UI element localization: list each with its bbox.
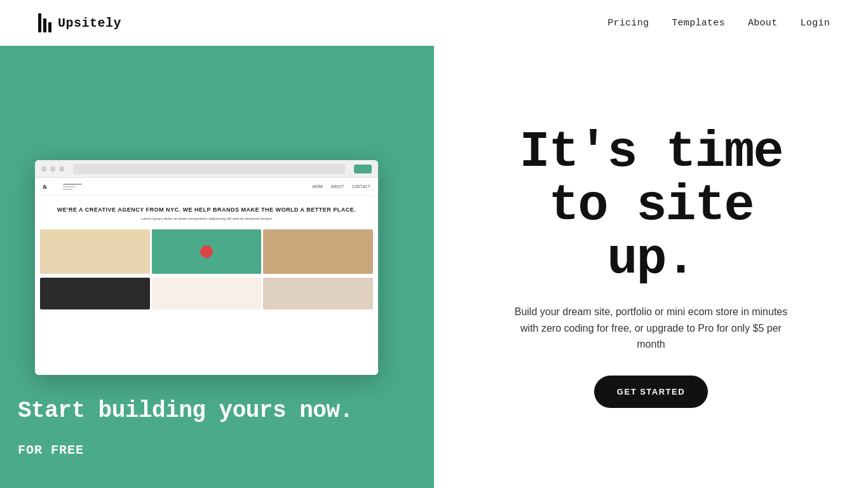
grid-item-1 — [40, 229, 150, 274]
browser-dot-3 — [59, 166, 64, 172]
grid-item-2 — [152, 229, 262, 274]
site-preview-nav: WORK ABOUT CONTACT — [313, 184, 370, 189]
main-container: & WORK ABOUT CONTACT WE'RE A CREATIVE AG… — [0, 46, 868, 488]
site-agency-sub: Lorem ipsum dolor sit amet consectetur a… — [48, 217, 365, 220]
header: Upsitely Pricing Templates About Login — [0, 0, 868, 46]
browser-address-bar — [73, 164, 345, 174]
logo-icon — [38, 13, 51, 32]
hero-line-1: It's time — [519, 123, 782, 181]
right-panel: It's time to site up. Build your dream s… — [434, 46, 868, 488]
nav-login[interactable]: Login — [800, 18, 830, 29]
main-nav: Pricing Templates About Login — [607, 18, 830, 29]
site-nav-item-1: WORK — [313, 184, 323, 189]
browser-dot-1 — [41, 166, 46, 172]
site-preview-logo: & — [43, 184, 48, 190]
cta-button[interactable]: GET STARTED — [594, 376, 708, 408]
browser-bar — [35, 160, 378, 178]
browser-content: & WORK ABOUT CONTACT WE'RE A CREATIVE AG… — [35, 178, 378, 375]
hero-line-3: up. — [607, 230, 695, 288]
logo-text: Upsitely — [58, 16, 121, 30]
logo[interactable]: Upsitely — [38, 13, 121, 32]
site-grid — [40, 229, 373, 274]
grid-bottom-item-2 — [152, 278, 262, 309]
browser-mockup: & WORK ABOUT CONTACT WE'RE A CREATIVE AG… — [35, 160, 378, 375]
nav-about[interactable]: About — [748, 18, 778, 29]
grid-bottom-item-3 — [263, 278, 373, 309]
hero-subtext: Build your dream site, portfolio or mini… — [512, 304, 791, 353]
site-hero-text: WE'RE A CREATIVE AGENCY FROM NYC. WE HEL… — [35, 196, 378, 226]
hero-line-2: to site — [548, 177, 753, 234]
grid-item-3 — [263, 229, 373, 274]
hero-headline: It's time to site up. — [519, 126, 782, 286]
left-panel-subtext: FOR FREE — [18, 443, 84, 458]
site-grid-bottom — [40, 278, 373, 309]
site-nav-item-3: CONTACT — [352, 184, 370, 189]
left-panel-headline: Start building yours now. — [18, 397, 353, 424]
site-preview-header: & WORK ABOUT CONTACT — [35, 178, 378, 196]
browser-dot-2 — [50, 166, 55, 172]
browser-action-btn — [354, 165, 372, 173]
site-agency-headline: WE'RE A CREATIVE AGENCY FROM NYC. WE HEL… — [48, 206, 365, 214]
nav-pricing[interactable]: Pricing — [607, 18, 649, 29]
left-panel: & WORK ABOUT CONTACT WE'RE A CREATIVE AG… — [0, 46, 434, 488]
nav-templates[interactable]: Templates — [672, 18, 725, 29]
grid-bottom-item-1 — [40, 278, 150, 309]
site-nav-item-2: ABOUT — [331, 184, 344, 189]
